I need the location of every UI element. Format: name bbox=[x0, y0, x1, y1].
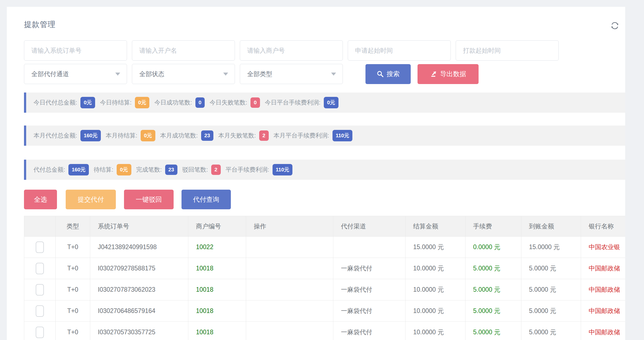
merchant-no-input[interactable] bbox=[240, 40, 343, 61]
stat-badge: 2 bbox=[211, 165, 221, 175]
payout-query-button[interactable]: 代付查询 bbox=[182, 190, 231, 209]
stat-label: 本月成功笔数: bbox=[160, 132, 198, 140]
export-icon bbox=[430, 70, 437, 78]
stat-label: 本月待结算: bbox=[106, 132, 137, 140]
type-cell: T+0 bbox=[56, 279, 90, 300]
search-button[interactable]: 搜索 bbox=[365, 64, 411, 84]
payout-start-time-input[interactable] bbox=[456, 40, 559, 61]
filter-selects-group: 全部代付通道全部状态全部类型 bbox=[24, 64, 343, 84]
settle-amount-column-header: 结算金额 bbox=[406, 216, 465, 237]
merchant-no-cell: 10018 bbox=[188, 258, 246, 279]
stat-label: 今日待结算: bbox=[100, 99, 132, 107]
status-select[interactable]: 全部状态 bbox=[132, 64, 235, 84]
select-all-button[interactable]: 全选 bbox=[24, 190, 57, 209]
payout-table: 类型系统订单号商户编号操作代付渠道结算金额手续费到账金额银行名称 T+0J042… bbox=[24, 216, 625, 340]
row-checkbox[interactable] bbox=[36, 327, 44, 338]
stat-label: 驳回笔数: bbox=[182, 166, 208, 174]
reject-all-button[interactable]: 一键驳回 bbox=[124, 190, 174, 209]
bank-cell: 中国邮政储 bbox=[581, 322, 625, 340]
checkbox-column-header bbox=[24, 216, 56, 237]
operation-cell bbox=[246, 258, 333, 279]
type-column-header: 类型 bbox=[56, 216, 90, 237]
arrival-amount-cell: 5.0000 元 bbox=[521, 279, 581, 300]
settle-amount-cell: 10.0000 元 bbox=[406, 300, 465, 322]
stat-badge: 23 bbox=[201, 130, 213, 141]
settle-amount-cell: 10.0000 元 bbox=[406, 279, 465, 300]
stat-badge: 0元 bbox=[324, 97, 338, 108]
stat-badge: 160元 bbox=[80, 130, 101, 141]
stat-badge: 0元 bbox=[141, 130, 155, 141]
row-checkbox[interactable] bbox=[36, 305, 44, 317]
account-name-input[interactable] bbox=[132, 40, 235, 61]
filter-selects-row: 全部代付通道全部状态全部类型 搜索 导出数据 bbox=[24, 64, 479, 84]
stat-badge: 0元 bbox=[80, 97, 95, 108]
status-select-value: 全部状态 bbox=[139, 70, 164, 78]
arrival-amount-column-header: 到账金额 bbox=[521, 216, 581, 237]
stat-label: 今日失败笔数: bbox=[210, 99, 247, 107]
checkbox-cell bbox=[24, 279, 56, 300]
merchant-no-cell: 10018 bbox=[188, 300, 246, 322]
stat-badge: 2 bbox=[259, 130, 269, 141]
apply-start-time-input[interactable] bbox=[348, 40, 451, 61]
chevron-down-icon bbox=[331, 73, 336, 76]
checkbox-cell bbox=[24, 300, 56, 322]
row-checkbox[interactable] bbox=[36, 241, 44, 253]
stat-label: 今日成功笔数: bbox=[154, 99, 192, 107]
stat-badge: 110元 bbox=[273, 164, 293, 175]
stat-label: 本月代付总金额: bbox=[34, 132, 77, 140]
merchant-no-cell: 10018 bbox=[188, 322, 246, 340]
refresh-icon[interactable] bbox=[609, 20, 621, 32]
fee-cell: 5.0000 元 bbox=[465, 258, 521, 279]
page-title: 提款管理 bbox=[24, 19, 56, 30]
order-no-column-header: 系统订单号 bbox=[90, 216, 188, 237]
channel-cell bbox=[333, 237, 406, 258]
search-icon bbox=[377, 70, 384, 78]
type-cell: T+0 bbox=[56, 258, 90, 279]
operation-cell bbox=[246, 322, 333, 340]
type-cell: T+0 bbox=[56, 322, 90, 340]
payout-table-body: T+0J04213892409915981002215.0000 元0.0000… bbox=[24, 237, 625, 340]
bank-cell: 中国邮政储 bbox=[581, 300, 625, 322]
stat-badge: 0 bbox=[250, 97, 260, 108]
fee-cell: 5.0000 元 bbox=[465, 279, 521, 300]
channel-cell: 一麻袋代付 bbox=[333, 258, 406, 279]
bank-name-column-header: 银行名称 bbox=[581, 216, 625, 237]
stat-label: 今日平台手续费利润: bbox=[265, 99, 321, 107]
arrival-amount-cell: 5.0000 元 bbox=[521, 322, 581, 340]
export-data-button[interactable]: 导出数据 bbox=[418, 64, 479, 84]
withdrawal-management-panel: 提款管理 全部代付通道全部状态全部类型 搜索 导出数据 今日代付 bbox=[7, 7, 625, 340]
settle-amount-cell: 10.0000 元 bbox=[406, 258, 465, 279]
table-row: T+0J04213892409915981002215.0000 元0.0000… bbox=[24, 237, 625, 258]
today-stats-bar: 今日代付总金额:0元今日待结算:0元今日成功笔数:0今日失败笔数:0今日平台手续… bbox=[24, 93, 625, 113]
action-buttons-row: 全选提交代付一键驳回代付查询 bbox=[24, 190, 231, 209]
stat-label: 平台手续费利润: bbox=[226, 166, 269, 174]
row-checkbox[interactable] bbox=[36, 263, 44, 274]
merchant-no-cell: 10022 bbox=[188, 237, 246, 258]
bank-cell: 中国农业银 bbox=[581, 237, 625, 258]
total-stats-bar: 代付总金额:160元待结算:0元完成笔数:23驳回笔数:2平台手续费利润:110… bbox=[24, 160, 625, 180]
chevron-down-icon bbox=[115, 73, 120, 76]
stat-badge: 0 bbox=[195, 97, 205, 108]
export-button-label: 导出数据 bbox=[440, 70, 466, 78]
type-select-value: 全部类型 bbox=[247, 70, 272, 78]
order-no-cell: J0421389240991598 bbox=[90, 237, 188, 258]
table-row: T+0I030270648657916410018一麻袋代付10.0000 元5… bbox=[24, 300, 625, 322]
order-no-cell: I0302709278588175 bbox=[90, 258, 188, 279]
system-order-no-input[interactable] bbox=[24, 40, 127, 61]
stat-label: 完成笔数: bbox=[136, 166, 162, 174]
operation-column-header: 操作 bbox=[246, 216, 333, 237]
merchant-no-cell: 10018 bbox=[188, 279, 246, 300]
submit-payout-button[interactable]: 提交代付 bbox=[66, 190, 116, 209]
operation-cell bbox=[246, 237, 333, 258]
order-no-cell: I0302705730357725 bbox=[90, 322, 188, 340]
order-no-cell: I0302707873062023 bbox=[90, 279, 188, 300]
arrival-amount-cell: 5.0000 元 bbox=[521, 300, 581, 322]
bank-cell: 中国邮政储 bbox=[581, 258, 625, 279]
row-checkbox[interactable] bbox=[36, 284, 44, 296]
merchant-no-column-header: 商户编号 bbox=[188, 216, 246, 237]
table-row: T+0I030270573035772510018一麻袋代付10.0000 元5… bbox=[24, 322, 625, 340]
bank-cell: 中国邮政储 bbox=[581, 279, 625, 300]
type-select[interactable]: 全部类型 bbox=[240, 64, 343, 84]
channel-select[interactable]: 全部代付通道 bbox=[24, 64, 127, 84]
fee-cell: 0.0000 元 bbox=[465, 237, 521, 258]
